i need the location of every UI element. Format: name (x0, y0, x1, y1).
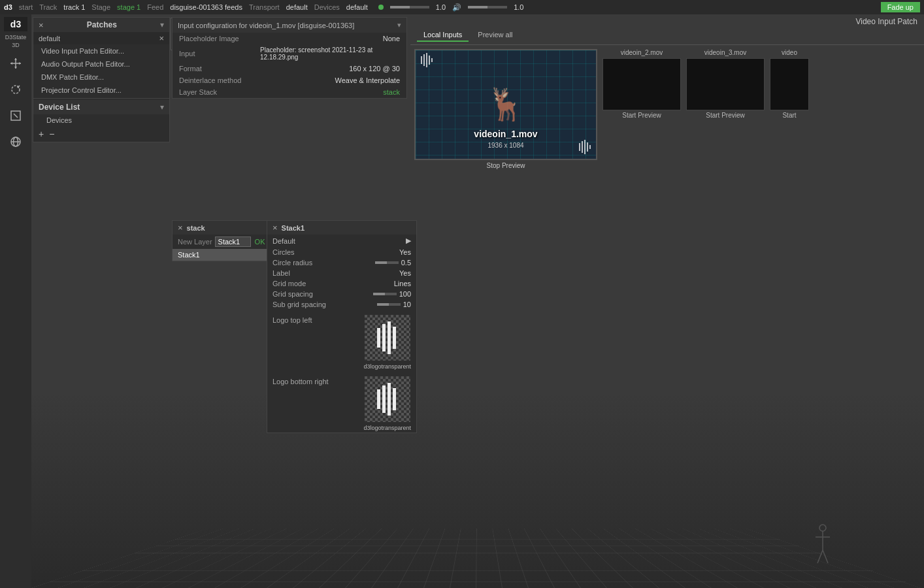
devices-value[interactable]: default (346, 3, 368, 11)
grid-mode-row: Grid mode Lines (267, 278, 416, 289)
video-thumb-2[interactable]: videoin_2.mov Start Preview (602, 49, 681, 119)
d3-state-label: D3State3D (5, 34, 27, 49)
input-config-header: Input configuration for videoin_1.mov [d… (173, 18, 406, 33)
audio-output-patch-editor[interactable]: Audio Output Patch Editor... (33, 57, 169, 71)
transport-value[interactable]: default (286, 3, 308, 11)
fade-up-button[interactable]: Fade up (881, 2, 920, 12)
circles-row: Circles Yes (267, 247, 416, 257)
svg-rect-28 (382, 324, 386, 351)
circle-radius-slider-group[interactable]: 0.5 (375, 259, 411, 267)
circle-radius-slider[interactable] (375, 261, 399, 264)
patches-close-icon[interactable]: × (39, 21, 44, 29)
circle-radius-label: Circle radius (272, 259, 375, 267)
stack1-header: × Stack1 (267, 221, 416, 235)
video4-preview (770, 58, 809, 110)
rotate-icon[interactable] (4, 78, 27, 101)
logo-bottom-right-row: Logo bottom right d3logotransparent (267, 374, 416, 433)
projector-control-editor[interactable]: Projector Control Editor... (33, 84, 169, 97)
ok-button[interactable]: OK (255, 238, 265, 246)
scale-icon[interactable] (4, 104, 27, 127)
devices-row: Devices (33, 114, 169, 126)
feed-label: Feed (147, 3, 163, 11)
grid-spacing-slider-group[interactable]: 100 (373, 290, 411, 298)
devices-label: Devices (314, 3, 340, 11)
deinterlace-value: Weave & Interpolate (260, 76, 400, 84)
logo-bottom-right-preview-group[interactable]: d3logotransparent (363, 375, 411, 431)
video-thumb-4[interactable]: video Start (770, 49, 809, 119)
patches-dropdown-icon[interactable]: ▾ (160, 20, 164, 29)
grid-spacing-slider[interactable] (373, 293, 397, 295)
patches-panel: × Patches ▾ default × Switch to Quick Ed… (33, 17, 170, 142)
d3-logo: d3 (4, 17, 27, 31)
video-thumb-main[interactable]: 🦌 videoin_1.mov 1936 x 1084 Stop Preview (414, 49, 597, 169)
remove-device-button[interactable]: − (49, 129, 54, 139)
logo-top-left-preview-group[interactable]: d3logotransparent (363, 314, 411, 370)
logo-top-left-preview[interactable] (365, 315, 410, 361)
device-list-dropdown-icon[interactable]: ▾ (160, 103, 164, 112)
patches-title: Patches (87, 20, 117, 29)
sub-grid-spacing-slider-group[interactable]: 10 (377, 301, 411, 308)
stack1-title: Stack1 (282, 224, 305, 232)
dmx-patch-editor[interactable]: DMX Patch Editor... (33, 71, 169, 84)
feed-value[interactable]: disguise-001363 feeds (170, 3, 242, 11)
patches-name-row: default × (33, 32, 169, 44)
circles-value: Yes (399, 248, 411, 256)
stack1-panel: × Stack1 Default ▶ Circles Yes Circle ra… (267, 220, 417, 433)
sub-grid-spacing-row: Sub grid spacing 10 (267, 299, 416, 310)
main-video-name: videoin_1.mov (416, 129, 596, 139)
move-icon[interactable] (4, 52, 27, 75)
new-layer-row: New Layer OK (173, 235, 276, 249)
patches-name-close-icon[interactable]: × (159, 34, 164, 42)
volume2-slider[interactable] (468, 6, 507, 8)
new-layer-label: New Layer (178, 238, 212, 246)
label-row: Label Yes (267, 268, 416, 278)
stack-title: stack (187, 224, 205, 232)
device-list-header: Device List ▾ (33, 100, 169, 114)
format-value: 160 x 120 @ 30 (260, 65, 400, 73)
tab-preview-all[interactable]: Preview all (471, 29, 519, 42)
svg-rect-21 (431, 58, 433, 62)
logo-bottom-right-label: Logo bottom right (272, 375, 363, 385)
logo-bottom-right-preview[interactable] (365, 376, 410, 422)
stack-close-icon[interactable]: × (178, 223, 183, 232)
video-thumb-3[interactable]: videoin_3.mov Start Preview (686, 49, 765, 119)
video2-action[interactable]: Start Preview (622, 112, 661, 119)
transport-label: Transport (249, 3, 280, 11)
input-label: Input (179, 50, 257, 57)
placeholder-image-value: None (260, 35, 400, 42)
track-value[interactable]: track 1 (63, 3, 85, 11)
stack-active-item[interactable]: Stack1 (173, 249, 276, 261)
video3-action[interactable]: Start Preview (706, 112, 744, 119)
stack1-close-icon[interactable]: × (272, 223, 278, 232)
patches-name-label: default (39, 35, 60, 42)
video-thumbnails-row: 🦌 videoin_1.mov 1936 x 1084 Stop Preview (410, 49, 924, 169)
video-input-patch-title: Video Input Patch (855, 17, 917, 26)
volume1-slider[interactable] (390, 6, 429, 8)
format-row: Format 160 x 120 @ 30 (173, 63, 406, 74)
globe-icon[interactable] (4, 130, 27, 154)
svg-marker-3 (14, 67, 17, 69)
svg-point-12 (819, 525, 826, 531)
video-input-patch-editor[interactable]: Video Input Patch Editor... (33, 44, 169, 57)
new-layer-input[interactable] (215, 237, 251, 247)
main-video-dimensions: 1936 x 1084 (416, 142, 596, 149)
layer-stack-value[interactable]: stack (260, 88, 400, 96)
default-row[interactable]: Default ▶ (267, 235, 416, 247)
svg-rect-17 (421, 56, 422, 64)
add-device-button[interactable]: + (39, 129, 44, 139)
circle-radius-row: Circle radius 0.5 (267, 257, 416, 268)
video-input-panel: Video Input Patch Local Inputs Preview a… (410, 14, 924, 169)
video2-name: videoin_2.mov (621, 49, 663, 56)
grid-spacing-row: Grid spacing 100 (267, 289, 416, 299)
input-config-dropdown-icon[interactable]: ▾ (397, 21, 401, 29)
main-video-action[interactable]: Stop Preview (487, 162, 525, 169)
svg-marker-2 (14, 58, 17, 60)
tab-local-inputs[interactable]: Local Inputs (417, 29, 469, 42)
devices-row-label: Devices (46, 116, 72, 124)
patches-header[interactable]: × Patches ▾ (33, 18, 169, 32)
grid-spacing-label: Grid spacing (272, 290, 373, 298)
sub-grid-spacing-slider[interactable] (377, 303, 401, 306)
video4-action[interactable]: Start (782, 112, 796, 119)
stage-value[interactable]: stage 1 (117, 3, 140, 11)
deinterlace-row: Deinterlace method Weave & Interpolate (173, 74, 406, 86)
